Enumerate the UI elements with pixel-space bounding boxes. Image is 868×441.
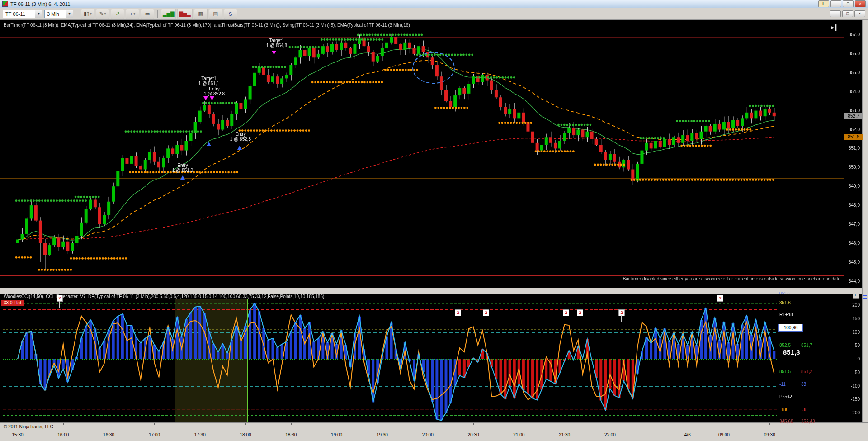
chart-style-icon[interactable]: ▮▯▾ [81, 9, 94, 19]
price-axis-label: 852,0 [842, 127, 860, 132]
grid-icon: ▦ [198, 11, 203, 17]
chart-style-icon: ▮▯ [84, 11, 89, 17]
chevron-down-icon[interactable]: ▾ [90, 12, 92, 16]
strategies-icon[interactable]: S [224, 9, 237, 19]
right-scroll-strip[interactable] [862, 20, 868, 422]
cci-axis-label: -50 [842, 370, 860, 375]
price-axis-box: 852,7 [844, 113, 863, 119]
time-axis-tick [382, 423, 382, 425]
cci-axis-label: -150 [842, 397, 860, 402]
time-axis-label: 20:00 [422, 432, 434, 437]
green-bars-icon[interactable]: ▂▅▇ [161, 9, 176, 19]
price-axis-label: 857,0 [842, 32, 860, 37]
trade-annotation: Entry1 @ 851,0 [172, 163, 193, 173]
trade-flag-stem [720, 301, 720, 308]
time-axis-tick [154, 423, 155, 425]
data-box-icon[interactable]: ▤ [209, 9, 222, 19]
focus-box[interactable]: F [853, 292, 859, 299]
time-axis-label: 15:30 [12, 432, 23, 437]
crosshair-icon[interactable]: +▾ [126, 9, 139, 19]
grid-icon[interactable]: ▦ [194, 9, 208, 19]
restore-button[interactable]: □ [843, 0, 854, 7]
cci-axis-label: 100 [842, 330, 860, 335]
time-axis-label: 19:00 [331, 432, 342, 437]
indicator-readout: 851,7 [801, 343, 812, 348]
time-axis-tick [337, 423, 337, 425]
trade-annotation: Target11 @ 851,1 [198, 76, 219, 86]
time-axis-label: 21:30 [559, 432, 570, 437]
green-bars-icon: ▂▅▇ [163, 11, 174, 17]
snapshot-icon[interactable]: ▭ [141, 9, 154, 19]
time-axis-tick [200, 423, 200, 425]
close-button[interactable]: × [855, 0, 866, 7]
window-titlebar: TF 06-11 (3 Min) 6. 4. 2011 L─□× [0, 0, 868, 8]
price-axis-label: 846,0 [842, 241, 860, 246]
cci-panel-indicator-label: WoodiesCCI(14,50), CCI_Forecaster_V7_DE(… [4, 294, 324, 299]
chevron-down-icon[interactable]: ▾ [104, 12, 106, 16]
trend-line-icon[interactable]: ↗ [111, 9, 124, 19]
go-to-end-icon[interactable]: ►▌ [830, 24, 837, 31]
price-axis-label: 844,0 [842, 279, 860, 284]
trade-flag: 2 [618, 309, 625, 316]
trade-flag-stem [621, 315, 622, 322]
trend-line-icon: ↗ [115, 11, 119, 17]
chevron-down-icon[interactable]: ▾ [35, 10, 42, 18]
instrument-selector[interactable]: TF 06-11 ▾ [3, 10, 42, 18]
trade-annotation: Entry1 @ 852,8 [204, 86, 225, 96]
indicator-readout: -38 [801, 407, 807, 412]
time-axis-strip[interactable]: © 2011 NinjaTrader, LLC 15:3016:0016:301… [0, 422, 868, 441]
time-axis-tick [63, 423, 64, 425]
bar-timer-message: Bar timer disabled since either you are … [623, 276, 840, 281]
price-axis-label: 855,0 [842, 70, 860, 75]
trade-flag: 2 [483, 309, 489, 316]
indicator-readout: 851,5 [779, 369, 791, 374]
link-button[interactable]: L [818, 0, 829, 7]
cci-flat-label: 33,0 Flat [1, 300, 24, 306]
child-window-buttons: ─□× [830, 10, 865, 17]
trade-annotation-line: Entry [230, 132, 251, 137]
indicator-readout: R1+48 [779, 312, 793, 317]
chart-canvas[interactable] [0, 0, 868, 441]
toolbar-icons: ▮▯▾✎▾↗+▾▭▂▅▇▇▅▂▦▤S [81, 9, 237, 19]
indicator-readout: 851,6 [779, 300, 791, 305]
child-close-button[interactable]: × [854, 10, 865, 17]
interval-label: 3 Min [47, 11, 59, 17]
interval-selector[interactable]: 3 Min ▾ [44, 10, 73, 18]
trade-flag-stem [580, 315, 580, 322]
chevron-down-icon[interactable]: ▾ [133, 12, 135, 16]
time-axis-label: 09:30 [764, 432, 775, 437]
trade-flag: 2 [455, 309, 461, 316]
minimize-button[interactable]: ─ [830, 0, 841, 7]
time-axis-label: 21:00 [513, 432, 524, 437]
price-axis-label: 848,0 [842, 203, 860, 208]
toolbar-separator [77, 10, 77, 18]
drawing-tools-icon[interactable]: ✎▾ [96, 9, 109, 19]
cci-axis-label: 50 [842, 343, 860, 348]
indicator-readout: 352,43 [801, 419, 815, 424]
price-axis-label: 856,0 [842, 51, 860, 56]
copyright-text: © 2011 NinjaTrader, LLC [4, 424, 53, 429]
trade-annotation-line: 1 @ 852,8 [204, 91, 225, 96]
time-axis-label: 18:30 [285, 432, 297, 437]
time-axis-tick [724, 423, 724, 425]
drawing-tools-icon: ✎ [99, 11, 104, 17]
cci-axis-label: 0 [842, 356, 860, 361]
titlebar-buttons: L─□× [818, 0, 866, 7]
price-axis-label: 853,0 [842, 108, 860, 113]
chart-toolbar: TF 06-11 ▾ 3 Min ▾ ▮▯▾✎▾↗+▾▭▂▅▇▇▅▂▦▤S ─□… [0, 8, 868, 20]
price-axis-label: 845,0 [842, 260, 860, 265]
red-bars-icon[interactable]: ▇▅▂ [177, 9, 192, 19]
chevron-down-icon[interactable]: ▾ [66, 10, 73, 18]
trade-annotation: Target11 @ 854,8 [266, 38, 287, 48]
price-axis-label: 850,0 [842, 165, 860, 170]
cci-axis-label: -200 [842, 410, 860, 415]
time-axis-tick [245, 423, 246, 425]
trade-annotation-line: 1 @ 851,0 [172, 168, 193, 173]
time-axis-tick [109, 423, 109, 425]
time-axis-tick [473, 423, 474, 425]
time-axis-label: 18:00 [240, 432, 251, 437]
child-restore-button[interactable]: □ [842, 10, 853, 17]
child-minimize-button[interactable]: ─ [830, 10, 841, 17]
trade-annotation-line: 1 @ 854,8 [266, 43, 287, 48]
time-axis-tick [565, 423, 565, 425]
